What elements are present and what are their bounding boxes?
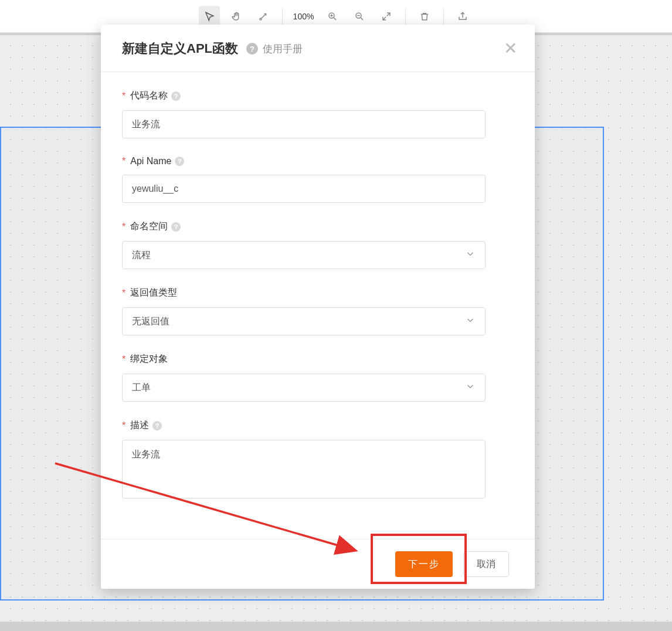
- label-api-name: *Api Name ?: [122, 156, 514, 167]
- code-name-input[interactable]: [122, 110, 486, 138]
- cancel-button[interactable]: 取消: [463, 551, 509, 577]
- description-input[interactable]: [122, 440, 486, 498]
- modal-header: 新建自定义APL函数 ? 使用手册 ✕: [101, 25, 535, 72]
- pointer-tool[interactable]: [199, 6, 220, 27]
- svg-point-0: [260, 18, 262, 20]
- modal-footer: 下一步 取消: [101, 539, 535, 589]
- export-icon[interactable]: [452, 6, 473, 27]
- label-return-type: *返回值类型: [122, 287, 514, 299]
- help-icon[interactable]: ?: [152, 421, 162, 430]
- namespace-select[interactable]: 流程: [122, 241, 486, 269]
- delete-icon[interactable]: [414, 6, 435, 27]
- bind-object-select[interactable]: 工单: [122, 374, 486, 402]
- api-name-input[interactable]: [122, 175, 486, 203]
- manual-link[interactable]: 使用手册: [263, 42, 303, 56]
- help-icon[interactable]: ?: [171, 222, 181, 232]
- close-icon[interactable]: ✕: [504, 40, 517, 57]
- modal-body[interactable]: *代码名称 ? *Api Name ? *命名空间 ? 流程: [101, 72, 535, 539]
- label-bind-object: *绑定对象: [122, 353, 514, 365]
- label-description: *描述 ?: [122, 419, 514, 432]
- modal-title: 新建自定义APL函数: [122, 40, 238, 57]
- hand-tool[interactable]: [226, 6, 247, 27]
- chevron-down-icon: [465, 315, 476, 328]
- label-namespace: *命名空间 ?: [122, 220, 514, 233]
- label-code-name: *代码名称 ?: [122, 90, 514, 102]
- zoom-in-icon[interactable]: [322, 6, 343, 27]
- connector-tool[interactable]: [253, 6, 274, 27]
- create-apl-function-modal: 新建自定义APL函数 ? 使用手册 ✕ *代码名称 ? *Api Name ? …: [101, 25, 535, 589]
- next-button[interactable]: 下一步: [395, 551, 453, 577]
- help-icon[interactable]: ?: [246, 43, 258, 55]
- fit-icon[interactable]: [376, 6, 397, 27]
- help-icon[interactable]: ?: [171, 91, 181, 101]
- zoom-out-icon[interactable]: [349, 6, 370, 27]
- zoom-level: 100%: [291, 12, 317, 21]
- return-type-select[interactable]: 无返回值: [122, 307, 486, 335]
- chevron-down-icon: [465, 249, 476, 262]
- chevron-down-icon: [465, 381, 476, 394]
- help-icon[interactable]: ?: [175, 157, 184, 166]
